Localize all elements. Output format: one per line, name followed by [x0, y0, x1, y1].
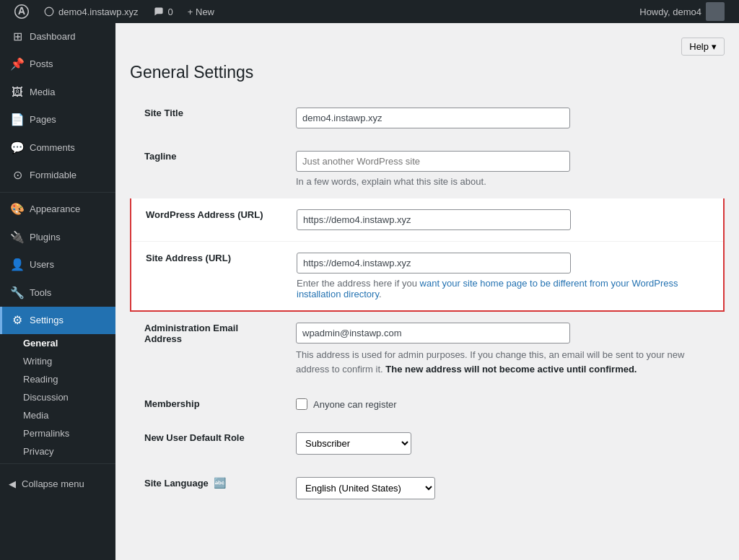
page-title: General Settings — [130, 63, 725, 82]
sidebar-item-settings[interactable]: ⚙ Settings — [0, 307, 115, 334]
new-user-role-label: New User Default Role — [130, 421, 289, 466]
pages-icon: 📄 — [11, 112, 24, 128]
site-address-row: Site Address (URL) Enter the address her… — [131, 242, 724, 312]
site-address-input[interactable] — [297, 253, 571, 274]
translate-icon: 🔤 — [214, 477, 226, 489]
admin-bar: demo4.instawp.xyz 0 + New Howdy, demo4 — [0, 0, 739, 23]
settings-form-lower: Administration Email Address This addres… — [130, 312, 725, 511]
sidebar-item-dashboard[interactable]: ⊞ Dashboard — [0, 23, 115, 51]
membership-checkbox-label[interactable]: Anyone can register — [296, 398, 710, 410]
help-bar: Help ▾ — [130, 38, 725, 56]
wp-logo[interactable] — [7, 4, 36, 19]
submenu-writing[interactable]: Writing — [0, 352, 115, 370]
submenu-permalinks[interactable]: Permalinks — [0, 424, 115, 442]
collapse-icon: ◀ — [9, 478, 16, 489]
new-user-role-select[interactable]: Subscriber Contributor Author Editor Adm… — [296, 432, 411, 455]
formidable-icon: ⊙ — [11, 167, 24, 183]
wp-address-input[interactable] — [297, 209, 571, 230]
submenu-privacy[interactable]: Privacy — [0, 442, 115, 460]
plugins-icon: 🔌 — [11, 229, 24, 245]
tagline-row: Tagline In a few words, explain what thi… — [130, 140, 725, 198]
admin-email-label: Administration Email Address — [130, 312, 289, 388]
membership-label: Membership — [130, 388, 289, 421]
adminbar-new[interactable]: + New — [180, 0, 222, 23]
sidebar-item-posts[interactable]: 📌 Posts — [0, 51, 115, 78]
collapse-menu-button[interactable]: ◀ Collapse menu — [0, 471, 115, 496]
tagline-input[interactable] — [296, 151, 570, 172]
sidebar-item-users[interactable]: 👤 Users — [0, 251, 115, 279]
adminbar-right: Howdy, demo4 — [632, 2, 732, 21]
appearance-icon: 🎨 — [11, 201, 24, 217]
users-icon: 👤 — [11, 257, 24, 273]
chevron-down-icon: ▾ — [712, 41, 717, 52]
comments-icon: 💬 — [11, 140, 24, 156]
url-section: WordPress Address (URL) Site Address (UR… — [130, 198, 725, 312]
site-title-label: Site Title — [130, 97, 289, 140]
adminbar-site-name[interactable]: demo4.instawp.xyz — [36, 0, 146, 23]
tagline-description: In a few words, explain what this site i… — [296, 176, 710, 187]
site-title-row: Site Title — [130, 97, 725, 140]
sidebar-item-formidable[interactable]: ⊙ Formidable — [0, 162, 115, 189]
settings-form: Site Title Tagline In a few words, expla… — [130, 97, 725, 198]
sidebar-item-pages[interactable]: 📄 Pages — [0, 106, 115, 134]
wp-address-row: WordPress Address (URL) — [131, 198, 724, 242]
settings-submenu: General Writing Reading Discussion Media… — [0, 334, 115, 460]
menu-separator-2 — [0, 463, 115, 464]
settings-icon: ⚙ — [11, 312, 24, 328]
admin-email-input[interactable] — [296, 323, 570, 344]
wp-address-label: WordPress Address (URL) — [131, 198, 289, 242]
membership-row: Membership Anyone can register — [130, 388, 725, 421]
user-avatar — [706, 2, 725, 21]
media-icon: 🖼 — [11, 84, 24, 100]
site-address-description: Enter the address here if you want your … — [297, 278, 709, 299]
sidebar: ⊞ Dashboard 📌 Posts 🖼 Media 📄 Pages 💬 Co… — [0, 23, 115, 560]
site-language-select[interactable]: English (United States) English (UK) Fra… — [296, 477, 435, 499]
site-title-input[interactable] — [296, 108, 570, 128]
new-user-role-row: New User Default Role Subscriber Contrib… — [130, 421, 725, 466]
site-address-label: Site Address (URL) — [131, 242, 289, 312]
admin-email-note: This address is used for admin purposes.… — [296, 348, 710, 376]
submenu-reading[interactable]: Reading — [0, 370, 115, 388]
sidebar-item-media[interactable]: 🖼 Media — [0, 79, 115, 106]
main-content: Help ▾ General Settings Site Title Tagli… — [115, 23, 739, 560]
dashboard-icon: ⊞ — [11, 29, 24, 45]
site-language-row: Site Language 🔤 English (United States) … — [130, 466, 725, 511]
admin-email-row: Administration Email Address This addres… — [130, 312, 725, 388]
submenu-media[interactable]: Media — [0, 406, 115, 424]
posts-icon: 📌 — [11, 56, 24, 72]
membership-checkbox[interactable] — [296, 398, 307, 410]
sidebar-item-appearance[interactable]: 🎨 Appearance — [0, 196, 115, 223]
sidebar-item-comments[interactable]: 💬 Comments — [0, 134, 115, 162]
tools-icon: 🔧 — [11, 285, 24, 301]
submenu-discussion[interactable]: Discussion — [0, 388, 115, 406]
tagline-label: Tagline — [130, 140, 289, 198]
adminbar-howdy[interactable]: Howdy, demo4 — [632, 2, 732, 21]
menu-separator-1 — [0, 192, 115, 193]
sidebar-item-tools[interactable]: 🔧 Tools — [0, 279, 115, 307]
submenu-general[interactable]: General — [0, 334, 115, 352]
help-button[interactable]: Help ▾ — [681, 38, 725, 56]
site-language-label: Site Language 🔤 — [130, 466, 289, 511]
sidebar-item-plugins[interactable]: 🔌 Plugins — [0, 224, 115, 251]
adminbar-comments[interactable]: 0 — [146, 0, 180, 23]
